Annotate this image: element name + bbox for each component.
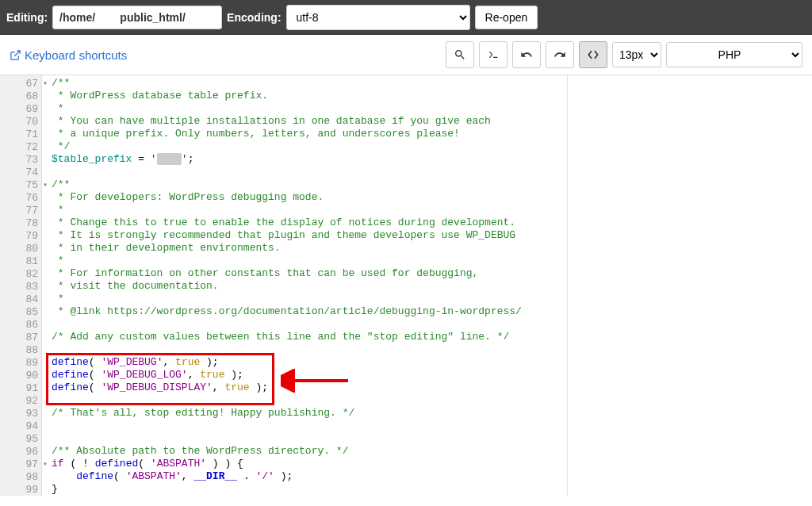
code-line[interactable]: * For information on other constants tha… bbox=[52, 267, 812, 280]
redo-icon bbox=[553, 48, 566, 61]
line-number: 92 bbox=[0, 394, 41, 407]
line-number: 93 bbox=[0, 407, 41, 420]
wrap-icon bbox=[587, 48, 599, 61]
code-line[interactable]: /** bbox=[52, 178, 812, 191]
code-line[interactable]: /** bbox=[52, 77, 812, 90]
language-select[interactable]: PHP bbox=[666, 42, 802, 67]
keyboard-shortcuts-link[interactable]: Keyboard shortcuts bbox=[10, 48, 127, 62]
line-number: 84 bbox=[0, 293, 41, 305]
line-number: 68 bbox=[0, 90, 41, 102]
code-line[interactable] bbox=[52, 318, 812, 331]
code-line[interactable]: if ( ! defined( 'ABSPATH' ) ) { bbox=[52, 458, 812, 470]
code-line[interactable] bbox=[52, 394, 812, 407]
code-line[interactable]: * bbox=[52, 204, 812, 217]
editor: 67▾6869707172737475▾76777879808182838485… bbox=[0, 75, 812, 496]
code-line[interactable]: * bbox=[52, 102, 812, 115]
code-line[interactable]: } bbox=[52, 483, 812, 496]
line-number: 76 bbox=[0, 191, 41, 204]
undo-button[interactable] bbox=[512, 41, 541, 68]
undo-icon bbox=[520, 48, 533, 61]
line-number: 81 bbox=[0, 255, 41, 267]
code-line[interactable]: */ bbox=[52, 140, 812, 153]
line-number: 70 bbox=[0, 115, 41, 128]
code-line[interactable]: * bbox=[52, 293, 812, 305]
code-line[interactable]: * You can have multiple installations in… bbox=[52, 115, 812, 128]
code-line[interactable]: define( 'ABSPATH', __DIR__ . '/' ); bbox=[52, 470, 812, 483]
code-line[interactable]: * For developers: WordPress debugging mo… bbox=[52, 191, 812, 204]
line-number: 87 bbox=[0, 331, 41, 343]
line-number: 91 bbox=[0, 381, 41, 394]
code-line[interactable] bbox=[52, 420, 812, 432]
wrap-button[interactable] bbox=[579, 41, 607, 68]
print-margin bbox=[567, 75, 568, 496]
line-number: 79 bbox=[0, 229, 41, 242]
external-link-icon bbox=[10, 49, 21, 61]
code-line[interactable]: * It is strongly recommended that plugin… bbox=[52, 229, 812, 242]
line-number: 94 bbox=[0, 420, 41, 432]
line-number: 71 bbox=[0, 128, 41, 140]
code-line[interactable] bbox=[52, 166, 812, 178]
line-number: 67▾ bbox=[0, 77, 41, 90]
line-number: 89 bbox=[0, 356, 41, 369]
line-number: 75▾ bbox=[0, 178, 41, 191]
line-number: 85 bbox=[0, 305, 41, 318]
line-number: 86 bbox=[0, 318, 41, 331]
line-number: 73 bbox=[0, 153, 41, 166]
code-line[interactable]: define( 'WP_DEBUG', true ); bbox=[52, 356, 812, 369]
code-line[interactable]: * visit the documentation. bbox=[52, 280, 812, 293]
line-number: 97▾ bbox=[0, 458, 41, 470]
redo-button[interactable] bbox=[546, 41, 574, 68]
code-line[interactable] bbox=[52, 432, 812, 445]
code-area[interactable]: /** * WordPress database table prefix. *… bbox=[42, 75, 812, 496]
code-line[interactable]: * bbox=[52, 255, 812, 267]
encoding-select[interactable]: utf-8 bbox=[286, 5, 470, 30]
line-number: 96 bbox=[0, 445, 41, 458]
editing-label: Editing: bbox=[6, 11, 48, 24]
terminal-icon bbox=[487, 48, 500, 61]
line-number: 90 bbox=[0, 369, 41, 381]
code-line[interactable]: define( 'WP_DEBUG_DISPLAY', true ); bbox=[52, 381, 812, 394]
line-number: 80 bbox=[0, 242, 41, 255]
toolbar-right: 13px PHP bbox=[446, 41, 802, 68]
code-line[interactable] bbox=[52, 343, 812, 356]
top-bar: Editing: Encoding: utf-8 Re-open bbox=[0, 0, 812, 35]
line-number: 74 bbox=[0, 166, 41, 178]
gutter: 67▾6869707172737475▾76777879808182838485… bbox=[0, 75, 42, 496]
code-line[interactable]: /* That's all, stop editing! Happy publi… bbox=[52, 407, 812, 420]
line-number: 77 bbox=[0, 204, 41, 217]
line-number: 99 bbox=[0, 483, 41, 496]
code-line[interactable]: * in their development environments. bbox=[52, 242, 812, 255]
code-line[interactable]: /** Absolute path to the WordPress direc… bbox=[52, 445, 812, 458]
terminal-button[interactable] bbox=[479, 41, 508, 68]
keyboard-shortcuts-label: Keyboard shortcuts bbox=[25, 48, 127, 62]
code-line[interactable]: * Change this to true to enable the disp… bbox=[52, 217, 812, 229]
reopen-button[interactable]: Re-open bbox=[475, 6, 538, 29]
line-number: 95 bbox=[0, 432, 41, 445]
code-line[interactable]: * a unique prefix. Only numbers, letters… bbox=[52, 128, 812, 140]
line-number: 88 bbox=[0, 343, 41, 356]
toolbar: Keyboard shortcuts 13px PHP bbox=[0, 35, 812, 75]
line-number: 82 bbox=[0, 267, 41, 280]
search-icon bbox=[454, 48, 466, 61]
line-number: 98 bbox=[0, 470, 41, 483]
line-number: 72 bbox=[0, 140, 41, 153]
search-button[interactable] bbox=[446, 41, 474, 68]
code-line[interactable]: * WordPress database table prefix. bbox=[52, 90, 812, 102]
file-path-input[interactable] bbox=[52, 6, 222, 29]
line-number: 83 bbox=[0, 280, 41, 293]
code-line[interactable]: * @link https://wordpress.org/documentat… bbox=[52, 305, 812, 318]
line-number: 69 bbox=[0, 102, 41, 115]
code-line[interactable]: /* Add any custom values between this li… bbox=[52, 331, 812, 343]
code-line[interactable]: define( 'WP_DEBUG_LOG', true ); bbox=[52, 369, 812, 381]
encoding-label: Encoding: bbox=[227, 11, 281, 24]
line-number: 78 bbox=[0, 217, 41, 229]
font-size-select[interactable]: 13px bbox=[612, 42, 661, 67]
code-line[interactable]: $table_prefix = ' '; bbox=[52, 153, 812, 166]
